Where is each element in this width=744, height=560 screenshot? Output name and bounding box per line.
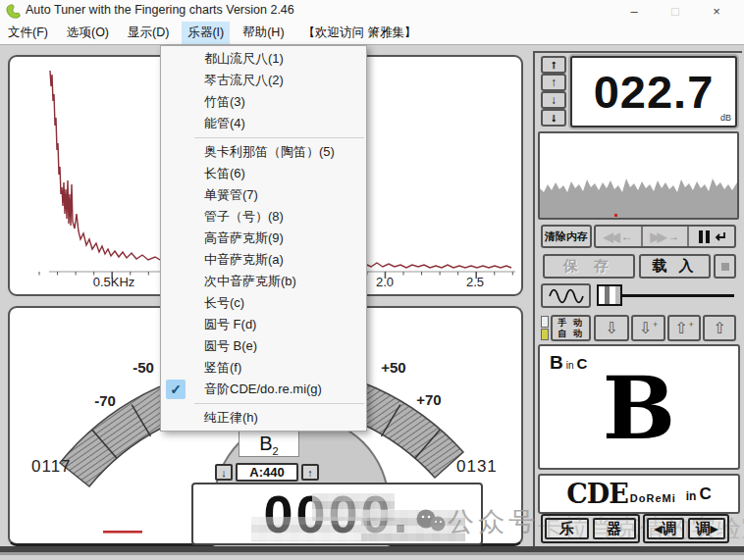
menu-item-10[interactable]: 次中音萨克斯(b) [161, 271, 366, 292]
meter-label-plus70: +70 [409, 391, 449, 408]
clear-memory-button[interactable]: 清除内存 [541, 225, 592, 248]
menu-item-12[interactable]: 圆号 F(d) [161, 314, 366, 335]
pitch-down-fine-button[interactable]: ⇩+ [631, 315, 665, 341]
big-note-letter: B [540, 354, 738, 462]
waveform-noise [540, 133, 737, 218]
menu-item-4[interactable]: 奥卡利那笛（陶笛）(5) [161, 141, 366, 163]
gain-up-fine-button[interactable]: ↑ [541, 74, 566, 91]
wechat-icon [415, 508, 447, 535]
level-value: 022.7 [572, 58, 735, 126]
pitch-up-fine-button[interactable]: ⇧+ [667, 315, 701, 341]
watermark-faint-text: 卡拉肖克倩的实验室 [538, 512, 744, 544]
menu-item-11[interactable]: 长号(c) [161, 292, 366, 314]
minimize-button[interactable]: – [618, 0, 650, 22]
level-display: 022.7 dB [570, 56, 737, 127]
menubar-item-0[interactable]: 文件(F) [2, 22, 54, 44]
manual-indicator [541, 316, 549, 328]
menu-item-9[interactable]: 中音萨克斯(a) [161, 249, 366, 271]
menubar-item-4[interactable]: 帮助(H) [237, 22, 290, 44]
menubar-item-3[interactable]: 乐器(I) [182, 22, 230, 44]
titlebar: Auto Tuner with the Fingering charts Ver… [0, 0, 744, 22]
menubar-item-2[interactable]: 显示(D) [122, 22, 175, 44]
tone-generator-button[interactable] [541, 283, 591, 308]
forward-button[interactable]: ▶▶ → [641, 227, 688, 246]
checkmark-icon: ✓ [166, 380, 186, 399]
manual-auto-toggle[interactable]: 手 动 自 动 [551, 315, 591, 341]
pause-icon [699, 230, 703, 243]
menu-item-8[interactable]: 高音萨克斯(9) [161, 228, 366, 249]
return-icon [714, 230, 726, 243]
pitch-up-button[interactable]: ⇧ [703, 315, 736, 341]
app-window: Auto Tuner with the Fingering charts Ver… [0, 0, 744, 560]
right-counter: 0131 [456, 457, 510, 477]
maximize-button[interactable]: □ [660, 0, 691, 22]
stop-button[interactable] [714, 254, 736, 279]
gain-down-coarse-button[interactable]: ↓ [541, 109, 566, 127]
menu-item-2[interactable]: 竹笛(3) [161, 91, 366, 113]
pitch-down-button[interactable]: ⇩ [594, 315, 629, 341]
load-button[interactable]: 载 入 [639, 254, 711, 279]
rewind-icon: ◀◀ [604, 229, 617, 244]
gain-up-coarse-button[interactable]: ↑ [541, 56, 566, 74]
meter-label-minus50: -50 [124, 359, 163, 376]
menu-item-6[interactable]: 单簧管(7) [161, 184, 366, 206]
menu-item-13[interactable]: 圆号 B(e) [161, 335, 366, 357]
menu-separator [194, 137, 364, 138]
menu-item-0[interactable]: 都山流尺八(1) [161, 48, 366, 70]
x-tick-20: 2.0 [365, 275, 404, 289]
buffer-position-marker [614, 214, 617, 217]
menubar: 文件(F)选项(O)显示(D)乐器(I)帮助(H)【欢迎访问 箫雅集】 [0, 22, 744, 45]
menu-item-3[interactable]: 能管(4) [161, 113, 366, 134]
level-unit: dB [720, 113, 731, 123]
sine-wave-icon [545, 285, 588, 307]
left-counter: 0117 [31, 457, 85, 477]
blur-patch [251, 517, 367, 541]
reference-pitch: A:440 [236, 463, 298, 482]
watermark-label: 公众号 [448, 504, 539, 539]
menu-separator [194, 403, 364, 404]
reference-down-button[interactable]: ↓ [215, 464, 233, 481]
needle-rest-line [103, 531, 142, 534]
menu-item-5[interactable]: 长笛(6) [161, 163, 366, 184]
waveform-panel [538, 131, 739, 220]
x-tick-05khz: 0.5KHz [84, 275, 143, 289]
note-readout: B2 [239, 431, 299, 457]
instrument-menu: 都山流尺八(1)琴古流尺八(2)竹笛(3)能管(4)奥卡利那笛（陶笛）(5)长笛… [160, 45, 367, 432]
note-panel: BinC B [538, 344, 740, 470]
reference-up-button[interactable]: ↑ [301, 464, 319, 481]
forward-icon: ▶▶ [651, 229, 664, 244]
menu-item-16[interactable]: 纯正律(h) [161, 407, 366, 429]
auto-indicator [541, 329, 549, 340]
menubar-item-5[interactable]: 【欢迎访问 箫雅集】 [297, 22, 423, 44]
window-title: Auto Tuner with the Fingering charts Ver… [26, 3, 294, 17]
phone-icon [5, 3, 21, 19]
x-tick-25: 2.5 [455, 275, 495, 289]
meter-label-plus50: +50 [374, 359, 413, 376]
meter-label-minus70: -70 [85, 392, 125, 409]
pause-button[interactable] [687, 227, 734, 246]
menu-item-1[interactable]: 琴古流尺八(2) [161, 70, 366, 91]
volume-slider[interactable] [595, 283, 737, 308]
close-button[interactable]: × [701, 0, 732, 22]
menubar-item-1[interactable]: 选项(O) [61, 22, 115, 44]
gain-down-fine-button[interactable]: ↓ [541, 91, 566, 109]
stop-icon [721, 263, 729, 271]
menu-item-14[interactable]: 竖笛(f) [161, 357, 366, 379]
save-button[interactable]: 保 存 [543, 254, 635, 279]
menu-item-15[interactable]: ✓音阶CDE/do.re.mi(g) [161, 379, 366, 400]
transport-group: ◀◀ ← ▶▶ → [594, 225, 736, 248]
menu-item-7[interactable]: 管子（号）(8) [161, 206, 366, 228]
slider-handle[interactable] [597, 284, 622, 306]
scale-panel: CDE DoReMi in C [538, 474, 740, 514]
rewind-button[interactable]: ◀◀ ← [596, 227, 641, 246]
